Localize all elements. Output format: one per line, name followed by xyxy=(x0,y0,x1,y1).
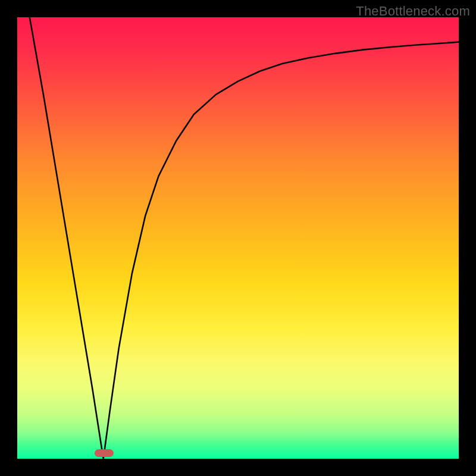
watermark-text: TheBottleneck.com xyxy=(356,4,470,19)
chart-frame: TheBottleneck.com xyxy=(0,0,476,476)
min-marker xyxy=(95,449,114,457)
bottleneck-curve xyxy=(30,17,459,459)
curve-layer xyxy=(17,17,459,459)
